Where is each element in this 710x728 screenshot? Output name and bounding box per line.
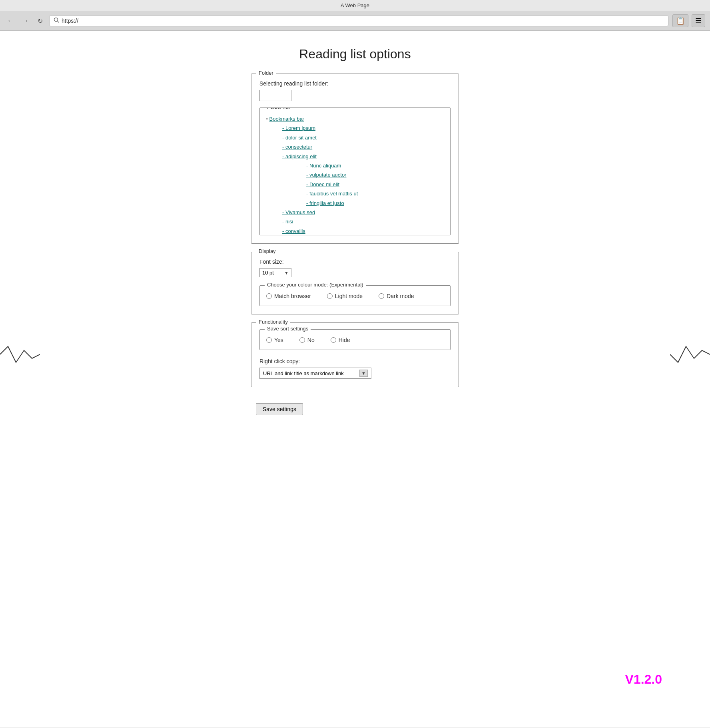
address-bar xyxy=(49,15,668,26)
version-label: V1.2.0 xyxy=(625,672,662,687)
radio-label-match-browser: Match browser xyxy=(274,293,311,299)
folder-link-dolor-sit-amet[interactable]: - dolor sit amet xyxy=(282,135,317,141)
browser-toolbar: ← → ↻ 📋 ☰ xyxy=(0,11,710,31)
main-container: Folder Selecting reading list folder: Fo… xyxy=(251,74,459,387)
browser-title: A Web Page xyxy=(341,2,369,8)
font-size-label: Font size: xyxy=(259,259,451,265)
save-settings-button[interactable]: Save settings xyxy=(256,403,303,415)
radio-light-mode[interactable]: Light mode xyxy=(327,293,363,299)
functionality-section: Functionality Save sort settings Yes No xyxy=(251,322,459,387)
folder-link-lorem-ipsum[interactable]: - Lorem ipsum xyxy=(282,125,315,131)
list-item: - vulputate auctor xyxy=(306,170,444,179)
folder-input[interactable] xyxy=(259,90,291,101)
folder-link-convallis[interactable]: - convallis xyxy=(282,228,305,234)
zigzag-left xyxy=(0,342,40,368)
color-mode-legend: Choose your colour mode: (Experimental) xyxy=(265,282,366,288)
folder-item-bookmarks: • Bookmarks bar xyxy=(266,114,444,123)
color-mode-section: Choose your colour mode: (Experimental) … xyxy=(259,285,451,306)
toolbar-icons: 📋 ☰ xyxy=(672,14,705,27)
list-item: - Vivamus sed xyxy=(282,208,444,217)
right-click-label: Right click copy: xyxy=(259,358,451,364)
font-size-dropdown[interactable]: 10 pt ▼ xyxy=(259,268,291,277)
list-item: - consectetur xyxy=(282,142,444,151)
radio-label-hide: Hide xyxy=(339,337,350,343)
font-size-value: 10 pt xyxy=(262,270,284,276)
folder-link-bookmarks-bar[interactable]: Bookmarks bar xyxy=(269,114,304,123)
color-mode-radio-group: Match browser Light mode Dark mode xyxy=(266,293,444,299)
list-item: - faucibus vel mattis ut xyxy=(306,189,444,198)
right-click-dropdown[interactable]: URL and link title as markdown link ▼ xyxy=(259,368,371,379)
list-item: - convallis xyxy=(282,227,444,235)
search-icon xyxy=(54,17,59,24)
folder-selecting-label: Selecting reading list folder: xyxy=(259,80,451,87)
list-item: - Donec mi elit xyxy=(306,180,444,189)
save-sort-section: Save sort settings Yes No Hide xyxy=(259,329,451,350)
forward-button[interactable]: → xyxy=(20,16,31,25)
reload-button[interactable]: ↻ xyxy=(35,16,45,26)
folder-list-box: Folder list • Bookmarks bar - Lorem ipsu… xyxy=(259,107,451,235)
radio-input-hide[interactable] xyxy=(331,337,336,343)
radio-yes[interactable]: Yes xyxy=(266,337,283,343)
folder-link-vulputate-auctor[interactable]: - vulputate auctor xyxy=(306,172,346,178)
functionality-legend: Functionality xyxy=(256,319,290,325)
radio-label-light-mode: Light mode xyxy=(335,293,363,299)
folder-list-legend: Folder list xyxy=(265,107,292,110)
radio-label-no: No xyxy=(307,337,315,343)
folder-link-consectetur[interactable]: - consectetur xyxy=(282,144,312,150)
folder-legend: Folder xyxy=(256,70,276,76)
folder-link-faucibus[interactable]: - faucibus vel mattis ut xyxy=(306,191,358,197)
folder-link-nunc-aliquam[interactable]: - Nunc aliquam xyxy=(306,163,341,169)
zigzag-right xyxy=(670,342,710,368)
folder-tree: • Bookmarks bar - Lorem ipsum - dolor si… xyxy=(266,114,444,235)
folder-link-nisi[interactable]: - nisi xyxy=(282,219,293,225)
bullet-icon: • xyxy=(266,115,268,123)
radio-no[interactable]: No xyxy=(299,337,315,343)
folder-section: Folder Selecting reading list folder: Fo… xyxy=(251,74,459,244)
radio-label-yes: Yes xyxy=(274,337,283,343)
save-sort-legend: Save sort settings xyxy=(265,326,311,332)
save-sort-radio-group: Yes No Hide xyxy=(266,337,444,343)
url-input[interactable] xyxy=(62,18,664,24)
radio-match-browser[interactable]: Match browser xyxy=(266,293,311,299)
list-item: - adipiscing elit xyxy=(282,152,444,161)
list-item: - fringilla et justo xyxy=(306,199,444,208)
radio-input-dark-mode[interactable] xyxy=(379,293,384,299)
radio-hide[interactable]: Hide xyxy=(331,337,350,343)
folder-link-adipiscing-elit[interactable]: - adipiscing elit xyxy=(282,153,317,159)
radio-input-no[interactable] xyxy=(299,337,305,343)
list-item: - Lorem ipsum xyxy=(282,123,444,133)
reading-list-icon-button[interactable]: 📋 xyxy=(672,14,688,27)
right-click-value: URL and link title as markdown link xyxy=(263,370,359,376)
dropdown-arrow-icon: ▼ xyxy=(284,271,289,275)
back-button[interactable]: ← xyxy=(5,16,16,25)
save-button-wrap: Save settings xyxy=(0,395,710,415)
radio-input-yes[interactable] xyxy=(266,337,272,343)
folder-link-donec-mi-elit[interactable]: - Donec mi elit xyxy=(306,181,339,187)
page-title: Reading list options xyxy=(0,47,710,62)
radio-label-dark-mode: Dark mode xyxy=(387,293,414,299)
right-click-arrow-icon: ▼ xyxy=(359,370,368,377)
list-item: - nisi xyxy=(282,217,444,226)
folder-link-fringilla[interactable]: - fringilla et justo xyxy=(306,200,344,206)
radio-input-light-mode[interactable] xyxy=(327,293,333,299)
display-legend: Display xyxy=(256,248,278,254)
display-section: Display Font size: 10 pt ▼ Choose your c… xyxy=(251,252,459,314)
list-item: - dolor sit amet xyxy=(282,133,444,142)
browser-titlebar: A Web Page xyxy=(0,0,710,11)
list-item: - Nunc aliquam xyxy=(306,161,444,170)
svg-line-1 xyxy=(58,21,59,23)
radio-input-match-browser[interactable] xyxy=(266,293,272,299)
radio-dark-mode[interactable]: Dark mode xyxy=(379,293,414,299)
folder-link-vivamus-sed[interactable]: - Vivamus sed xyxy=(282,209,315,215)
page-content: Reading list options Folder Selecting re… xyxy=(0,31,710,727)
menu-button[interactable]: ☰ xyxy=(692,14,705,27)
